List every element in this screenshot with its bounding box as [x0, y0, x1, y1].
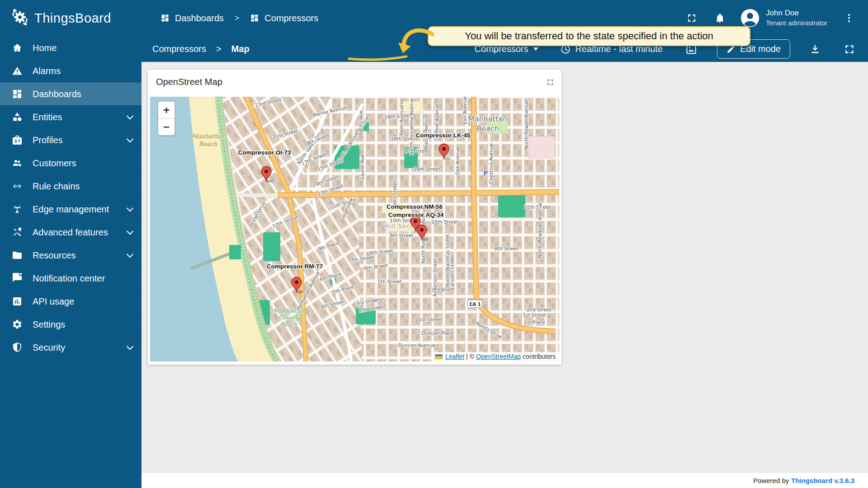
home-icon — [12, 42, 23, 53]
header-actions: John Doe Tenant administrator — [686, 8, 854, 28]
more-menu-icon[interactable] — [844, 13, 854, 23]
map-underline-swoosh — [347, 54, 408, 61]
openstreetmap-canvas[interactable]: CA 1 P 23rd StreetMarine Avenue21st Stre… — [150, 97, 559, 361]
security-icon — [12, 342, 23, 353]
state-root[interactable]: Compressors — [152, 44, 206, 54]
street-label: Pacific Ave — [358, 110, 363, 136]
ukraine-flag-icon — [435, 354, 443, 359]
map-widget-card: OpenStreet Map — [148, 70, 561, 365]
widget-header: OpenStreet Map — [148, 70, 561, 94]
street-label: 10th Street — [431, 219, 458, 225]
sidebar-item-label: Resources — [33, 250, 76, 261]
notification-center-icon — [12, 273, 23, 284]
sidebar-item[interactable]: Entities — [0, 105, 142, 128]
street-label: 8th Street — [495, 246, 519, 251]
profiles-icon — [12, 135, 23, 145]
street-label: 1st Place — [524, 319, 545, 325]
leaflet-link[interactable]: Leaflet — [445, 353, 464, 360]
zoom-in-button[interactable]: + — [158, 102, 175, 118]
street-label: Oak Avenue — [455, 146, 460, 175]
notifications-bell-icon[interactable] — [714, 13, 725, 23]
street-label: North Poinsettia Avenue — [409, 98, 414, 155]
sidebar-item-label: API usage — [33, 296, 74, 307]
sidebar-item-label: Settings — [33, 319, 65, 330]
fullscreen-icon[interactable] — [844, 43, 855, 55]
breadcrumb: Dashboards > Compressors — [142, 13, 318, 23]
settings-icon — [12, 319, 23, 330]
avatar[interactable] — [741, 9, 760, 28]
main-area: Dashboards > Compressors John Doe Tenant… — [142, 0, 868, 488]
user-menu[interactable]: John Doe Tenant administrator — [766, 8, 827, 28]
app-title: ThingsBoard — [34, 11, 111, 26]
sidebar-item[interactable]: Edge management — [0, 197, 142, 221]
zoom-out-button[interactable]: − — [158, 118, 175, 135]
sidebar-item[interactable]: Home — [0, 36, 142, 59]
widget-title: OpenStreet Map — [156, 77, 222, 87]
marker-label: Compressor RM-77 — [267, 263, 323, 270]
sidebar-item[interactable]: Profiles — [0, 128, 142, 151]
customers-icon — [12, 158, 23, 169]
sidebar-item[interactable]: Alarms — [0, 59, 142, 82]
leaflet-map[interactable]: CA 1 P 23rd StreetMarine Avenue21st Stre… — [150, 97, 559, 361]
street-label: 5th Street — [378, 279, 402, 284]
marker-label: Compressor LK-45 — [416, 132, 471, 139]
fullscreen-icon[interactable] — [686, 13, 697, 23]
sidebar-item-label: Notification center — [33, 273, 105, 284]
sidebar-item-label: Advanced features — [33, 227, 108, 238]
sidebar-item[interactable]: Settings — [0, 313, 142, 336]
download-icon[interactable] — [809, 43, 821, 55]
sidebar: ThingsBoard Home Alarms Dashboards — [0, 0, 142, 488]
sidebar-item-label: Profiles — [33, 135, 63, 145]
sidebar-item[interactable]: API usage — [0, 290, 142, 313]
osm-link[interactable]: OpenStreetMap — [476, 353, 521, 360]
breadcrumb-compressors[interactable]: Compressors — [250, 13, 318, 23]
chevron-down-icon — [127, 343, 134, 350]
sidebar-item[interactable]: Customers — [0, 151, 142, 174]
dashboards-grid-icon — [250, 14, 259, 23]
map-attribution: Leaflet | © OpenStreetMap contributors — [431, 352, 559, 361]
sidebar-item[interactable]: Rule chains — [0, 174, 142, 197]
route-shield: CA 1 — [468, 300, 482, 308]
rule-chains-icon — [12, 181, 23, 192]
marker-label: Compressor AQ-34 — [388, 211, 444, 218]
sidebar-item-label: Entities — [33, 112, 62, 122]
powered-by-text: Powered by — [753, 477, 789, 484]
sidebar-item-label: Customers — [33, 158, 76, 169]
marker-label: Compressor NM-56 — [387, 203, 443, 210]
state-separator: > — [216, 44, 222, 54]
breadcrumb-dashboards[interactable]: Dashboards — [160, 13, 224, 23]
dropdown-arrow-icon — [533, 47, 538, 51]
svg-text:CA 1: CA 1 — [469, 302, 481, 307]
sidebar-nav: Home Alarms Dashboards Entities — [0, 36, 142, 359]
sidebar-item-label: Home — [33, 43, 57, 53]
user-role: Tenant administrator — [766, 19, 827, 28]
street-label: North Rowell Avenue — [524, 100, 529, 149]
marker-label: Compressor OI-73 — [238, 149, 291, 156]
street-label: 2nd Street — [526, 307, 551, 312]
sidebar-item[interactable]: Security — [0, 336, 142, 359]
street-label: Chestnut Avenue — [488, 143, 494, 184]
street-label: Palm Avenue — [399, 105, 404, 136]
api-usage-icon — [12, 296, 23, 307]
sidebar-item[interactable]: Dashboards — [0, 82, 142, 105]
map-zoom-control: + − — [158, 101, 175, 136]
street-label: Duncan Avenue — [398, 343, 436, 348]
sidebar-item[interactable]: Notification center — [0, 267, 142, 290]
chevron-down-icon — [127, 227, 134, 235]
sidebar-item-label: Security — [33, 343, 65, 353]
breadcrumb-separator: > — [235, 14, 240, 23]
sidebar-item[interactable]: Advanced features — [0, 221, 142, 244]
street-label: Duncan Place — [421, 330, 454, 336]
app-logo[interactable]: ThingsBoard — [0, 0, 142, 36]
footer: Powered by Thingsboard v.3.6.3 — [142, 473, 868, 488]
widget-fullscreen-icon[interactable] — [546, 78, 554, 86]
sidebar-item[interactable]: Resources — [0, 244, 142, 267]
thingsboard-version-link[interactable]: Thingsboard v.3.6.3 — [791, 477, 854, 484]
state-current[interactable]: Map — [231, 44, 250, 54]
advanced-features-icon — [12, 227, 23, 238]
thingsboard-gear-icon — [10, 7, 30, 29]
dashboards-icon — [12, 89, 23, 99]
street-label: 1st Street — [419, 317, 442, 322]
alarms-icon — [12, 66, 23, 76]
entities-icon — [12, 112, 23, 122]
